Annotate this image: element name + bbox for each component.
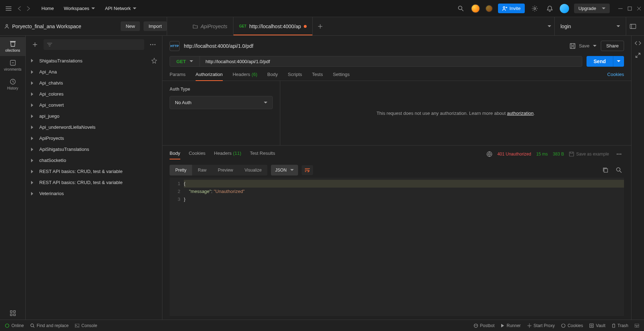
tab-request[interactable]: GET http://localhost:4000/ap xyxy=(233,17,313,35)
network-icon[interactable] xyxy=(487,151,492,157)
req-tab-tests[interactable]: Tests xyxy=(312,72,323,81)
url-input[interactable]: http://localhost:4000/api/1.0/pdf xyxy=(200,56,582,66)
sidebar-item-chatsocket[interactable]: chatSocketIo xyxy=(26,155,162,166)
sidebar-item-veterinarios[interactable]: Veterinarios xyxy=(26,188,162,199)
wrap-icon[interactable] xyxy=(302,165,313,175)
svg-point-30 xyxy=(562,324,565,327)
view-pretty[interactable]: Pretty xyxy=(170,165,192,175)
request-title[interactable]: http://localhost:4000/api/1.0/pdf xyxy=(184,43,253,49)
rail-grid-icon[interactable] xyxy=(10,310,16,316)
req-tab-body[interactable]: Body xyxy=(267,72,278,81)
settings-icon[interactable] xyxy=(530,4,540,14)
new-button[interactable]: New xyxy=(121,21,140,31)
footer-postbot[interactable]: Postbot xyxy=(474,323,495,328)
req-tab-auth[interactable]: Authorization xyxy=(196,72,223,81)
share-button[interactable]: Share xyxy=(601,41,624,51)
search-response-icon[interactable] xyxy=(614,165,624,175)
code-icon[interactable] xyxy=(635,41,641,46)
minimize-icon[interactable] xyxy=(618,6,623,11)
forward-arrow-icon[interactable] xyxy=(26,6,31,11)
sidebar-item-api-chatvis[interactable]: Api_chatvis xyxy=(26,77,162,88)
sidebar-item-api-ana[interactable]: Api_Ana xyxy=(26,66,162,77)
footer-vault[interactable]: Vault xyxy=(589,323,605,328)
resp-tab-cookies[interactable]: Cookies xyxy=(189,151,206,158)
resp-tab-body[interactable]: Body xyxy=(170,151,180,158)
send-chevron-icon[interactable] xyxy=(613,56,624,67)
team-avatar-secondary-icon xyxy=(485,5,493,12)
add-collection-button[interactable] xyxy=(30,40,40,50)
footer-proxy[interactable]: Start Proxy xyxy=(527,323,555,328)
save-example-button[interactable]: Save as example xyxy=(569,152,609,157)
sidebar-item-shigatsu[interactable]: ShigatsuTranslations xyxy=(26,55,162,66)
team-avatar-icon[interactable] xyxy=(471,4,480,13)
view-preview[interactable]: Preview xyxy=(212,165,239,175)
cookies-link[interactable]: Cookies xyxy=(607,72,624,81)
sidebar-item-rest-2[interactable]: REST API basics: CRUD, test & variable xyxy=(26,177,162,188)
import-button[interactable]: Import xyxy=(144,21,167,31)
req-tab-headers[interactable]: Headers(6) xyxy=(233,72,257,81)
filter-input[interactable] xyxy=(44,39,144,50)
copy-icon[interactable] xyxy=(600,165,610,175)
footer-console[interactable]: Console xyxy=(75,323,97,328)
sidebar-item-api-underword[interactable]: Api_underwordLiellaNovels xyxy=(26,122,162,133)
workspace-name[interactable]: Poryecto_final_ana Workspace xyxy=(12,24,81,29)
upgrade-button[interactable]: Upgrade xyxy=(574,4,610,13)
tab-chevron-icon[interactable] xyxy=(544,21,554,31)
back-arrow-icon[interactable] xyxy=(17,6,23,11)
close-icon[interactable] xyxy=(637,6,641,11)
footer-trash[interactable]: Trash xyxy=(612,323,628,328)
status-code: 401 Unauthorized xyxy=(497,152,531,157)
auth-learn-link[interactable]: authorization xyxy=(507,111,533,116)
save-button[interactable]: Save xyxy=(570,43,597,49)
star-icon[interactable] xyxy=(151,58,157,63)
footer-panels-icon[interactable] xyxy=(635,324,639,327)
user-avatar-icon[interactable] xyxy=(560,4,569,13)
auth-type-selector[interactable]: No Auth xyxy=(170,96,273,109)
nav-workspaces[interactable]: Workspaces xyxy=(61,4,98,13)
response-body-viewer[interactable]: 123 { "message": "Unauthorized" } xyxy=(170,178,624,316)
svg-point-1 xyxy=(503,6,505,8)
svg-point-24 xyxy=(31,324,34,327)
rail-collections[interactable]: ollections xyxy=(0,37,25,56)
footer-online[interactable]: Online xyxy=(5,323,24,328)
svg-point-20 xyxy=(620,154,622,155)
sidebar-item-rest-1[interactable]: REST API basics: CRUD, test & variable xyxy=(26,166,162,177)
sidebar-item-label: ApiShigatsuTranslations xyxy=(39,147,89,152)
nav-api-network[interactable]: API Network xyxy=(102,4,139,13)
format-selector[interactable]: JSON xyxy=(271,165,298,175)
env-quicklook-icon[interactable] xyxy=(630,24,636,29)
sidebar-item-api-colores[interactable]: Api_colores xyxy=(26,88,162,100)
rail-history[interactable]: History xyxy=(0,75,25,94)
resp-tab-tests[interactable]: Test Results xyxy=(250,151,275,158)
sidebar-item-apiproyects[interactable]: ApiProyects xyxy=(26,133,162,144)
req-tab-settings[interactable]: Settings xyxy=(333,72,349,81)
rail-environments[interactable]: vironments xyxy=(0,56,25,75)
nav-home[interactable]: Home xyxy=(39,4,57,13)
tab-label: http://localhost:4000/ap xyxy=(249,24,301,29)
svg-point-0 xyxy=(458,6,462,10)
view-visualize[interactable]: Visualize xyxy=(239,165,267,175)
expand-icon[interactable] xyxy=(635,53,640,58)
menu-icon[interactable] xyxy=(3,6,14,11)
footer-cookies[interactable]: Cookies xyxy=(561,323,583,328)
footer-find[interactable]: Find and replace xyxy=(30,323,69,328)
search-icon[interactable] xyxy=(456,4,466,14)
send-button[interactable]: Send xyxy=(587,56,624,67)
invite-button[interactable]: Invite xyxy=(498,4,525,13)
more-icon[interactable] xyxy=(148,40,158,50)
footer-runner[interactable]: Runner xyxy=(501,323,520,328)
response-more-icon[interactable] xyxy=(614,149,624,159)
sidebar-item-api-convert[interactable]: Api_convert xyxy=(26,100,162,111)
maximize-icon[interactable] xyxy=(628,6,632,11)
sidebar-item-api-juego[interactable]: api_juego xyxy=(26,111,162,122)
environment-selector[interactable]: login xyxy=(554,17,626,35)
method-selector[interactable]: GET xyxy=(170,56,200,66)
req-tab-params[interactable]: Params xyxy=(170,72,186,81)
sidebar-item-apishigatsu[interactable]: ApiShigatsuTranslations xyxy=(26,144,162,155)
tab-apiproyects[interactable]: ApiProyects xyxy=(187,17,233,35)
resp-tab-headers[interactable]: Headers(11) xyxy=(214,151,241,158)
req-tab-scripts[interactable]: Scripts xyxy=(288,72,302,81)
add-tab-button[interactable] xyxy=(313,24,328,29)
notification-icon[interactable] xyxy=(545,4,555,14)
view-raw[interactable]: Raw xyxy=(192,165,212,175)
